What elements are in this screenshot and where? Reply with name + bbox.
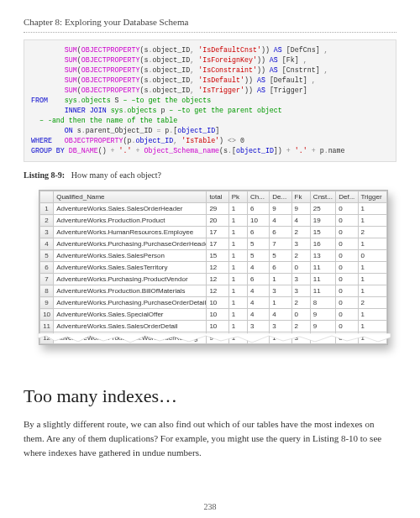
chapter-title: Chapter 8: Exploring your Database Schem…	[24, 17, 396, 33]
table-header: Trigger	[358, 191, 386, 203]
table-row: 10AdventureWorks.Sales.SpecialOffer10144…	[40, 309, 387, 321]
table-cell: 0	[336, 274, 358, 285]
table-cell: 4	[247, 285, 269, 297]
table-cell: 4	[247, 262, 269, 274]
table-row: 6AdventureWorks.Sales.SalesTerritory1214…	[40, 262, 387, 274]
table-cell: 1	[358, 321, 386, 332]
table-header: Fk	[291, 191, 310, 203]
table-cell: 4	[270, 215, 291, 227]
table-cell: AdventureWorks.Production.WorkOrderRouti…	[54, 332, 207, 344]
table-row: 2AdventureWorks.Production.Product201104…	[40, 215, 387, 227]
table-cell: 2	[291, 321, 310, 332]
table-cell: 0	[336, 227, 358, 238]
table-cell: 3	[291, 274, 310, 285]
table-cell: 11	[310, 274, 335, 285]
table-cell: 9	[310, 321, 335, 332]
table-cell: AdventureWorks.Sales.SalesOrderHeader	[54, 203, 207, 215]
table-cell: 9	[270, 203, 291, 215]
table-cell: 4	[291, 215, 310, 227]
table-cell: 20	[207, 215, 228, 227]
table-row: 12AdventureWorks.Production.WorkOrderRou…	[40, 332, 387, 344]
table-cell: 5	[270, 250, 291, 262]
table-cell: 2	[291, 297, 310, 309]
table-cell: 12	[207, 274, 228, 285]
table-cell: 11	[310, 285, 335, 297]
table-cell: 17	[207, 227, 228, 238]
table-row: 3AdventureWorks.HumanResources.Employee1…	[40, 227, 387, 238]
table-cell: 11	[40, 321, 54, 332]
table-cell: 0	[336, 262, 358, 274]
table-cell: 1	[358, 215, 386, 227]
page-number: 238	[0, 502, 420, 511]
table-cell: 10	[207, 321, 228, 332]
table-header: Ch...	[247, 191, 269, 203]
table-cell: 3	[291, 238, 310, 250]
table-cell: 2	[291, 250, 310, 262]
table-cell: 3	[40, 227, 54, 238]
table-header: De...	[270, 191, 291, 203]
table-cell: 6	[247, 203, 269, 215]
table-cell: 12	[40, 332, 54, 344]
table-cell: AdventureWorks.Sales.SalesPerson	[54, 250, 207, 262]
table-cell: AdventureWorks.Purchasing.PurchaseOrderD…	[54, 297, 207, 309]
table-cell: 1	[228, 285, 247, 297]
table-cell: 10	[207, 297, 228, 309]
table-cell: 0	[291, 309, 310, 321]
table-cell: 6	[247, 227, 269, 238]
table-cell: 1	[270, 297, 291, 309]
table-cell: 0	[336, 215, 358, 227]
table-header: Def...	[336, 191, 358, 203]
table-cell: 0	[336, 203, 358, 215]
table-row: 5AdventureWorks.Sales.SalesPerson1515521…	[40, 250, 387, 262]
table-cell: 25	[310, 203, 335, 215]
table-cell: 2	[291, 227, 310, 238]
table-cell: 19	[310, 215, 335, 227]
table-cell: 1	[228, 332, 247, 344]
table-cell: 10	[40, 309, 54, 321]
section-heading: Too many indexes…	[24, 385, 396, 407]
table-cell: 1	[228, 215, 247, 227]
body-paragraph: By a slightly different route, we can al…	[24, 417, 396, 460]
results-table: Qualified_NametotalPkCh...De...FkCnst...…	[39, 191, 387, 344]
table-cell: 1	[358, 309, 386, 321]
table-cell: 3	[270, 285, 291, 297]
table-cell: 1	[228, 309, 247, 321]
table-row: 4AdventureWorks.Purchasing.PurchaseOrder…	[40, 238, 387, 250]
table-row: 7AdventureWorks.Purchasing.ProductVendor…	[40, 274, 387, 285]
table-cell: 4	[270, 309, 291, 321]
table-cell: 3	[291, 332, 310, 344]
table-cell: 0	[336, 309, 358, 321]
table-cell: AdventureWorks.Production.BillOfMaterial…	[54, 285, 207, 297]
table-cell: AdventureWorks.Sales.SalesTerritory	[54, 262, 207, 274]
table-cell: 1	[228, 250, 247, 262]
table-cell: 0	[336, 321, 358, 332]
table-cell: 9	[291, 203, 310, 215]
table-cell: 29	[207, 203, 228, 215]
table-cell: 6	[270, 227, 291, 238]
table-cell: 5	[40, 250, 54, 262]
results-table-wrap: Qualified_NametotalPkCh...De...FkCnst...…	[39, 190, 388, 345]
table-cell: 1	[40, 203, 54, 215]
table-cell: 1	[358, 262, 386, 274]
table-header	[40, 191, 54, 203]
table-cell: 15	[207, 250, 228, 262]
table-cell: 1	[358, 238, 386, 250]
table-cell: 0	[336, 332, 358, 344]
table-cell: 1	[358, 203, 386, 215]
table-cell: 6	[40, 262, 54, 274]
table-cell: 1	[358, 332, 386, 344]
table-header: total	[207, 191, 228, 203]
table-cell: 17	[207, 238, 228, 250]
table-cell: 0	[336, 297, 358, 309]
table-cell: 3	[291, 285, 310, 297]
table-cell: 3	[247, 321, 269, 332]
table-cell: 9	[310, 309, 335, 321]
table-cell: 1	[228, 203, 247, 215]
table-cell: 0	[336, 250, 358, 262]
table-row: 9AdventureWorks.Purchasing.PurchaseOrder…	[40, 297, 387, 309]
listing-label: Listing 8-9:	[24, 170, 65, 180]
table-cell: 3	[247, 332, 269, 344]
table-cell: 1	[228, 274, 247, 285]
table-cell: 8	[310, 332, 335, 344]
table-cell: 2	[358, 297, 386, 309]
